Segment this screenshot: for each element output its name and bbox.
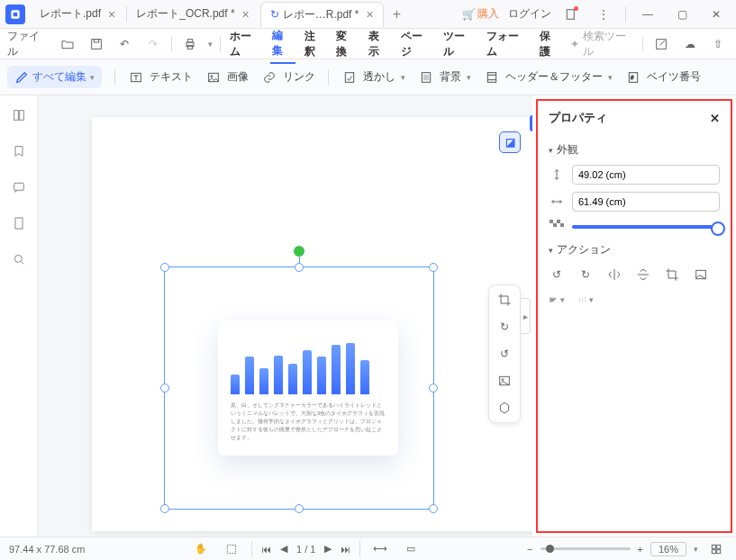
expand-panel-icon[interactable]: ▸ bbox=[520, 298, 531, 334]
rotate-left-icon[interactable]: ↺ bbox=[549, 266, 565, 283]
handle-se[interactable] bbox=[429, 504, 438, 513]
tab-1[interactable]: レポート_OCR.pdf *× bbox=[127, 2, 259, 27]
section-appearance[interactable]: 外観 bbox=[549, 142, 720, 158]
prev-page-icon[interactable]: ◀ bbox=[280, 543, 287, 555]
svg-rect-4 bbox=[94, 39, 98, 41]
file-menu[interactable]: ファイル bbox=[7, 29, 50, 59]
next-page-icon[interactable]: ▶ bbox=[324, 543, 332, 555]
rotation-handle[interactable] bbox=[294, 246, 304, 257]
settings-icon[interactable] bbox=[495, 399, 513, 417]
menu-comment[interactable]: 注釈 bbox=[303, 25, 328, 63]
login-link[interactable]: ログイン bbox=[508, 6, 551, 22]
svg-rect-1 bbox=[14, 12, 18, 16]
buy-link[interactable]: 🛒購入 bbox=[462, 6, 499, 22]
zoom-out-icon[interactable]: − bbox=[527, 544, 532, 555]
chevron-down-icon[interactable]: ▾ bbox=[208, 40, 213, 49]
flip-vertical-icon[interactable] bbox=[635, 266, 651, 283]
svg-point-11 bbox=[211, 75, 213, 77]
close-icon[interactable]: ✕ bbox=[710, 112, 720, 125]
height-icon bbox=[549, 167, 565, 183]
maximize-button[interactable]: ▢ bbox=[669, 2, 695, 27]
close-button[interactable]: ✕ bbox=[704, 2, 729, 27]
menu-edit[interactable]: 編集 bbox=[270, 24, 295, 64]
tab-0[interactable]: レポート.pdf× bbox=[31, 2, 124, 27]
handle-nw[interactable] bbox=[160, 263, 169, 272]
close-icon[interactable]: × bbox=[108, 7, 115, 22]
comment-icon[interactable] bbox=[10, 178, 28, 196]
thumbnails-icon[interactable] bbox=[10, 106, 28, 124]
handle-e[interactable] bbox=[429, 384, 438, 393]
print-icon[interactable] bbox=[179, 33, 201, 55]
fit-width-icon[interactable]: ⟷ bbox=[369, 538, 391, 560]
menu-view[interactable]: 表示 bbox=[367, 25, 392, 63]
open-icon[interactable] bbox=[57, 33, 78, 55]
close-icon[interactable]: × bbox=[366, 7, 373, 22]
last-page-icon[interactable]: ⏭ bbox=[341, 544, 350, 555]
menu-convert[interactable]: 変換 bbox=[334, 25, 359, 63]
link-tool[interactable]: リンク bbox=[261, 69, 315, 86]
hand-tool-icon[interactable]: ✋ bbox=[190, 538, 212, 560]
search-icon[interactable] bbox=[10, 250, 28, 268]
attachment-icon[interactable] bbox=[10, 214, 28, 232]
bookmark-icon[interactable] bbox=[10, 142, 28, 160]
width-input[interactable] bbox=[572, 192, 720, 212]
view-mode-icon[interactable] bbox=[705, 538, 727, 560]
svg-rect-42 bbox=[712, 549, 715, 553]
zoom-value[interactable]: 16% bbox=[650, 542, 686, 556]
height-input[interactable] bbox=[572, 165, 720, 185]
save-icon[interactable] bbox=[86, 33, 107, 55]
zoom-in-icon[interactable]: + bbox=[638, 544, 643, 555]
section-actions[interactable]: アクション bbox=[549, 242, 720, 257]
handle-s[interactable] bbox=[295, 504, 304, 513]
first-page-icon[interactable]: ⏮ bbox=[261, 544, 271, 555]
menu-form[interactable]: フォーム bbox=[485, 25, 531, 63]
flip-horizontal-icon[interactable] bbox=[606, 266, 622, 283]
menu-page[interactable]: ページ bbox=[399, 25, 434, 63]
watermark-tool[interactable]: 透かし▾ bbox=[341, 69, 405, 86]
select-tool-icon[interactable] bbox=[221, 538, 242, 560]
undo-icon[interactable]: ↶ bbox=[114, 33, 136, 55]
image-tool[interactable]: 画像 bbox=[205, 69, 249, 86]
crop-icon[interactable] bbox=[495, 291, 513, 309]
canvas[interactable]: ◪ 黒、白、そしてシグネチャーカラーであるハイライトレッドというミニマルなパレッ… bbox=[38, 95, 532, 537]
rotate-right-icon[interactable]: ↻ bbox=[577, 266, 594, 283]
replace-image-icon[interactable] bbox=[495, 372, 513, 390]
extract-image-icon[interactable] bbox=[693, 266, 709, 283]
menu-protect[interactable]: 保護 bbox=[538, 25, 563, 63]
search-tool[interactable]: ✦ 検索ツール bbox=[570, 29, 636, 59]
close-icon[interactable]: × bbox=[242, 7, 250, 22]
bates-tool[interactable]: #ベイツ番号 bbox=[625, 69, 701, 86]
share-icon[interactable] bbox=[650, 33, 672, 55]
handle-w[interactable] bbox=[160, 384, 169, 393]
upload-icon[interactable]: ⇧ bbox=[707, 33, 729, 55]
cloud-icon[interactable]: ☁ bbox=[679, 33, 701, 55]
fit-page-icon[interactable]: ▭ bbox=[400, 538, 422, 560]
object-icon[interactable]: ◪ bbox=[499, 131, 521, 153]
rotate-left-icon[interactable]: ↺ bbox=[495, 345, 513, 363]
svg-rect-21 bbox=[19, 111, 23, 121]
opacity-slider[interactable] bbox=[572, 225, 720, 229]
zoom-slider[interactable] bbox=[541, 547, 631, 550]
handle-sw[interactable] bbox=[160, 504, 169, 513]
notification-icon[interactable] bbox=[560, 4, 582, 25]
menu-home[interactable]: ホーム bbox=[228, 25, 263, 63]
align-icon[interactable]: ▾ bbox=[549, 292, 565, 308]
handle-n[interactable] bbox=[295, 263, 304, 272]
page-indicator[interactable]: 1 / 1 bbox=[296, 544, 315, 555]
header-footer-tool[interactable]: ヘッダー＆フッター▾ bbox=[484, 69, 613, 86]
tab-2[interactable]: ↻レポー…R.pdf *× bbox=[260, 2, 384, 27]
handle-ne[interactable] bbox=[429, 263, 438, 272]
menu-tools[interactable]: ツール bbox=[441, 25, 477, 63]
new-tab-button[interactable]: + bbox=[386, 6, 408, 23]
redo-icon[interactable]: ↷ bbox=[142, 33, 164, 55]
svg-rect-2 bbox=[567, 9, 574, 19]
text-tool[interactable]: テキスト bbox=[128, 69, 193, 86]
crop-icon[interactable] bbox=[664, 266, 680, 283]
rotate-right-icon[interactable]: ↻ bbox=[495, 318, 513, 336]
background-tool[interactable]: 背景▾ bbox=[418, 69, 471, 86]
minimize-button[interactable]: — bbox=[635, 2, 660, 27]
edit-all-button[interactable]: すべて編集▾ bbox=[7, 66, 102, 88]
selected-object[interactable]: 黒、白、そしてシグネチャーカラーであるハイライトレッドというミニマルなパレットで… bbox=[218, 321, 398, 456]
distribute-icon[interactable]: ▾ bbox=[577, 292, 594, 308]
more-icon[interactable]: ⋮ bbox=[591, 2, 616, 27]
